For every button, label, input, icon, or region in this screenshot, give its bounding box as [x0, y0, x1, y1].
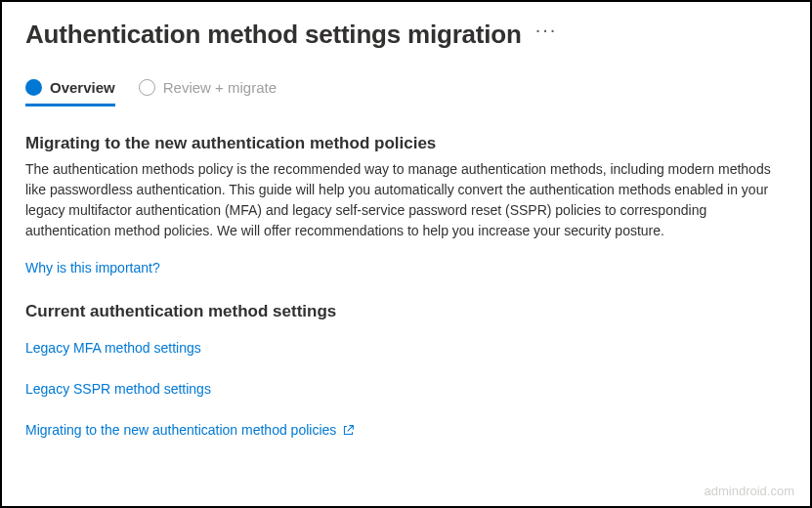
migrating-body-text: The authentication methods policy is the…	[25, 159, 787, 241]
tab-label: Review + migrate	[163, 79, 277, 96]
more-icon[interactable]: ···	[535, 20, 558, 39]
section-heading-current: Current authentication method settings	[25, 302, 787, 321]
link-migrating-external[interactable]: Migrating to the new authentication meth…	[25, 422, 355, 438]
link-why-important[interactable]: Why is this important?	[25, 260, 160, 275]
watermark: admindroid.com	[705, 484, 795, 498]
title-row: Authentication method settings migration…	[25, 20, 787, 50]
external-link-icon	[342, 424, 355, 437]
tab-circle-empty-icon	[139, 79, 155, 96]
tab-label: Overview	[50, 79, 115, 96]
tab-overview[interactable]: Overview	[25, 79, 115, 106]
tabs: Overview Review + migrate	[25, 79, 787, 106]
link-legacy-mfa[interactable]: Legacy MFA method settings	[25, 340, 201, 356]
tab-circle-filled-icon	[25, 79, 42, 96]
link-legacy-sspr[interactable]: Legacy SSPR method settings	[25, 381, 211, 397]
page-title: Authentication method settings migration	[25, 20, 522, 50]
section-heading-migrating: Migrating to the new authentication meth…	[25, 134, 787, 153]
link-migrating-external-label: Migrating to the new authentication meth…	[25, 422, 336, 438]
tab-review-migrate[interactable]: Review + migrate	[139, 79, 277, 106]
